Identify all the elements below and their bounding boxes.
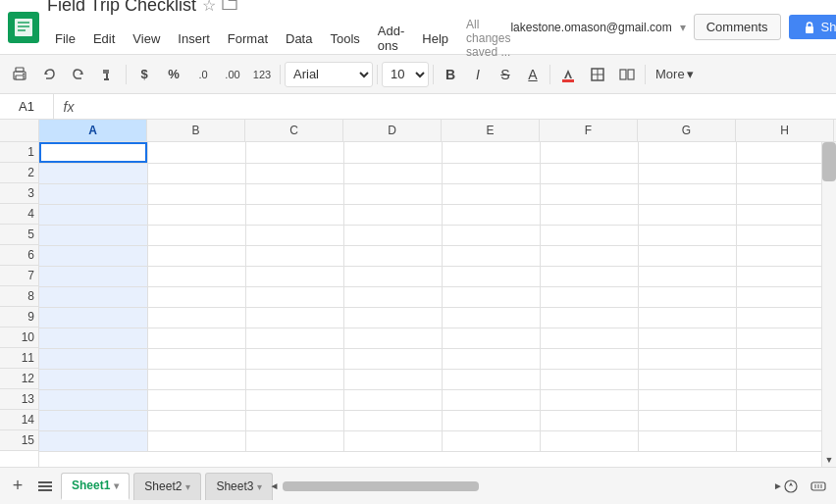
cell-D6[interactable] — [343, 245, 442, 266]
cell-A2[interactable] — [39, 163, 147, 183]
cell-C3[interactable] — [245, 183, 343, 204]
cell-D15[interactable] — [343, 430, 442, 451]
cell-F3[interactable] — [540, 183, 638, 204]
cell-F12[interactable] — [540, 369, 638, 389]
cell-B1[interactable] — [147, 142, 245, 163]
sheet-tab-1[interactable]: Sheet1 ▾ — [61, 473, 130, 500]
cell-F4[interactable] — [540, 204, 638, 225]
cell-D11[interactable] — [343, 348, 442, 369]
column-header-d[interactable]: D — [343, 120, 442, 141]
share-button[interactable]: Share — [789, 15, 836, 39]
sheet-tab-3-arrow[interactable]: ▾ — [257, 481, 262, 492]
cell-E11[interactable] — [442, 348, 540, 369]
cell-C11[interactable] — [245, 348, 343, 369]
currency-button[interactable]: $ — [131, 61, 158, 88]
menu-tools[interactable]: Tools — [322, 29, 367, 48]
row-num-8[interactable]: 8 — [0, 286, 38, 307]
cell-F1[interactable] — [540, 142, 638, 163]
cell-D9[interactable] — [343, 307, 442, 328]
cell-H2[interactable] — [736, 163, 821, 183]
cell-B10[interactable] — [147, 328, 245, 348]
cell-H14[interactable] — [736, 410, 821, 430]
cell-E4[interactable] — [442, 204, 540, 225]
formula-input[interactable] — [83, 94, 836, 119]
sheet-tab-3[interactable]: Sheet3 ▾ — [205, 473, 273, 500]
row-num-14[interactable]: 14 — [0, 410, 38, 430]
row-num-6[interactable]: 6 — [0, 245, 38, 266]
add-sheet-button[interactable]: + — [6, 475, 29, 498]
cell-F11[interactable] — [540, 348, 638, 369]
bottom-right-arrow[interactable]: ► — [773, 481, 783, 491]
cell-G4[interactable] — [638, 204, 736, 225]
cell-E1[interactable] — [442, 142, 540, 163]
row-num-9[interactable]: 9 — [0, 307, 38, 328]
cell-H9[interactable] — [736, 307, 821, 328]
decrease-decimal-button[interactable]: .0 — [189, 61, 217, 88]
cell-A9[interactable] — [39, 307, 147, 328]
column-header-f[interactable]: F — [540, 120, 638, 141]
cell-G15[interactable] — [638, 430, 736, 451]
cell-C2[interactable] — [245, 163, 343, 183]
sheets-menu-button[interactable] — [33, 475, 57, 498]
cell-E14[interactable] — [442, 410, 540, 430]
cell-A8[interactable] — [39, 286, 147, 307]
row-num-4[interactable]: 4 — [0, 204, 38, 225]
cell-C14[interactable] — [245, 410, 343, 430]
cell-F10[interactable] — [540, 328, 638, 348]
row-num-2[interactable]: 2 — [0, 163, 38, 183]
more-formats-button[interactable]: 123 — [248, 61, 276, 88]
cell-D1[interactable] — [343, 142, 442, 163]
merge-cells-button[interactable] — [613, 61, 641, 88]
cell-B5[interactable] — [147, 225, 245, 245]
cell-A3[interactable] — [39, 183, 147, 204]
cell-A7[interactable] — [39, 266, 147, 286]
more-button[interactable]: More ▾ — [650, 65, 700, 83]
cell-G10[interactable] — [638, 328, 736, 348]
cell-E2[interactable] — [442, 163, 540, 183]
row-num-3[interactable]: 3 — [0, 183, 38, 204]
cell-F9[interactable] — [540, 307, 638, 328]
sheet-tab-1-arrow[interactable]: ▾ — [114, 480, 119, 491]
column-header-g[interactable]: G — [638, 120, 736, 141]
menu-help[interactable]: Help — [414, 29, 456, 48]
sheet-tab-2[interactable]: Sheet2 ▾ — [133, 473, 201, 500]
cell-C9[interactable] — [245, 307, 343, 328]
cell-E13[interactable] — [442, 389, 540, 410]
font-name-select[interactable]: Arial Times New Roman Courier New — [285, 62, 373, 87]
undo-button[interactable] — [35, 61, 63, 88]
redo-button[interactable] — [65, 61, 92, 88]
cell-H5[interactable] — [736, 225, 821, 245]
cell-E10[interactable] — [442, 328, 540, 348]
row-num-7[interactable]: 7 — [0, 266, 38, 286]
menu-data[interactable]: Data — [278, 29, 320, 48]
row-num-5[interactable]: 5 — [0, 225, 38, 245]
column-header-a[interactable]: A — [39, 120, 147, 141]
cell-E6[interactable] — [442, 245, 540, 266]
cell-A11[interactable] — [39, 348, 147, 369]
input-tools-button[interactable] — [807, 475, 830, 498]
star-icon[interactable]: ☆ — [202, 0, 216, 15]
cell-H1[interactable] — [736, 142, 821, 163]
cell-G5[interactable] — [638, 225, 736, 245]
row-num-11[interactable]: 11 — [0, 348, 38, 369]
row-num-15[interactable]: 15 — [0, 430, 38, 451]
row-num-13[interactable]: 13 — [0, 389, 38, 410]
increase-decimal-button[interactable]: .00 — [219, 61, 246, 88]
cell-A12[interactable] — [39, 369, 147, 389]
cell-B6[interactable] — [147, 245, 245, 266]
cell-B13[interactable] — [147, 389, 245, 410]
right-scrollbar-thumb[interactable] — [822, 142, 836, 181]
column-header-h[interactable]: H — [736, 120, 834, 141]
cell-G3[interactable] — [638, 183, 736, 204]
cell-H6[interactable] — [736, 245, 821, 266]
cell-E3[interactable] — [442, 183, 540, 204]
cell-C10[interactable] — [245, 328, 343, 348]
cell-F2[interactable] — [540, 163, 638, 183]
cell-B11[interactable] — [147, 348, 245, 369]
cell-H8[interactable] — [736, 286, 821, 307]
cell-H4[interactable] — [736, 204, 821, 225]
menu-format[interactable]: Format — [220, 29, 276, 48]
cell-H15[interactable] — [736, 430, 821, 451]
cell-F13[interactable] — [540, 389, 638, 410]
cell-B8[interactable] — [147, 286, 245, 307]
